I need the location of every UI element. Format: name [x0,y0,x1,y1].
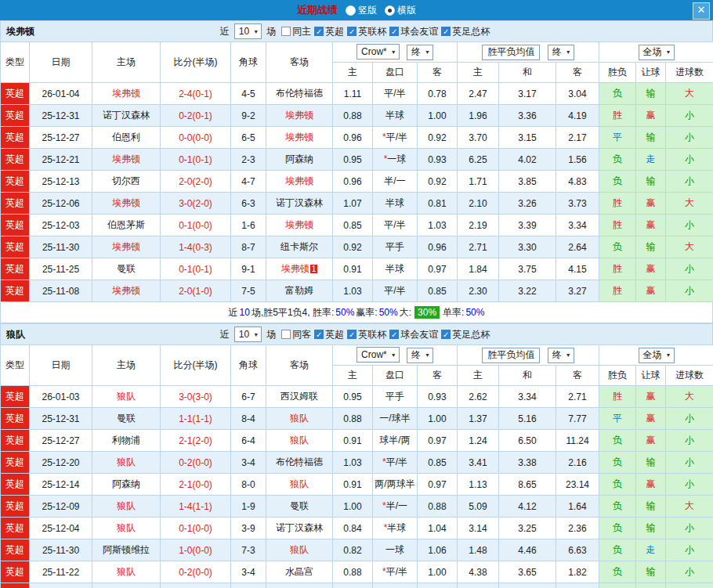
match-date: 25-12-14 [30,474,92,496]
filter-checkbox-4[interactable]: ✓英足总杯 [441,328,490,341]
scope-select[interactable]: 全场▼ [639,45,675,60]
corners: 9-2 [231,105,266,127]
goals-result-badge: 小 [666,171,713,193]
odds-draw [499,583,556,588]
matches-tbody: 英超26-01-04埃弗顿2-4(0-1)4-5布伦特福德1.11平/半0.78… [1,83,713,302]
match-date: 25-12-09 [30,496,92,518]
filter-checkbox-3[interactable]: ✓球会友谊 [389,25,438,38]
odds-draw: 3.15 [499,127,556,149]
layout-radio-horizontal[interactable]: 横版 [385,4,416,17]
layout-radio-vertical[interactable]: 竖版 [346,4,377,17]
checkbox-label: 球会友谊 [400,328,438,341]
filter-checkbox-2[interactable]: ✓英联杯 [347,25,386,38]
scope-controls: 全场▼ [599,42,713,63]
odds-average-button[interactable]: 胜平负均值 [482,45,540,60]
col-away: 客场 [266,42,333,83]
checkbox-label: 英联杯 [358,328,386,341]
games-label: 场 [266,25,276,38]
odds-draw: 3.39 [499,215,556,236]
odds-away-win: 2.71 [556,386,599,408]
col-home: 主场 [92,42,161,83]
team-name: 狼队 [6,328,25,341]
away-team: 狼队 [266,430,333,452]
odds-draw: 3.25 [499,518,556,539]
corners: 4-7 [231,171,266,193]
match-date: 25-12-13 [30,171,92,193]
ah-line: 球半/两 [373,430,418,452]
ah-line: 半球 [373,258,418,280]
ah-home-odds: 0.95 [333,149,373,171]
away-team: 埃弗顿 [266,171,333,193]
odds-away-win: 4.83 [556,171,599,193]
match-row: 英超25-12-21埃弗顿0-1(0-1)2-3阿森纳0.95*一球0.936.… [1,149,713,171]
star-mark: * [384,153,388,164]
match-date: 25-11-30 [30,236,92,258]
summary-segment: 10 [240,307,250,318]
ah-away-odds: 0.88 [418,496,458,518]
checkbox-checked-icon: ✓ [347,27,356,36]
filter-checkbox-0[interactable]: 同客 [281,328,311,341]
odds-average-button[interactable]: 胜平负均值 [482,348,540,363]
checkbox-label: 英足总杯 [452,25,490,38]
summary-segment: 50% [465,307,484,318]
away-team: 埃弗顿 [266,127,333,149]
ah-time-select[interactable]: 终▼ [407,45,433,60]
odds-time-select[interactable]: 终▼ [548,348,574,363]
corners: 6-7 [231,386,266,408]
odds-controls: 胜平负均值 终▼ [458,42,599,63]
odds-draw: 6.50 [499,430,556,452]
filter-checkbox-1[interactable]: ✓英超 [314,25,344,38]
odds-home-win: 1.30 [458,583,499,588]
recent-count-select[interactable]: 10▼ [234,326,262,342]
scope-select[interactable]: 全场▼ [639,348,675,363]
games-label: 场 [266,328,276,341]
match-row: 英超25-11-22狼队0-2(0-0)3-4水晶宫0.88*平/半1.004.… [1,561,713,583]
checkbox-checked-icon: ✓ [314,330,324,339]
checkbox-checked-icon: ✓ [389,27,399,36]
filter-checkbox-1[interactable]: ✓英超 [314,328,344,341]
filter-checkbox-0[interactable]: 同主 [281,25,311,38]
corners: 8-4 [231,408,266,430]
ah-line: 半/一 [373,171,418,193]
col-score: 比分(半场) [161,345,231,386]
ah-away-odds: 1.03 [418,215,458,236]
col-odds-away: 客 [556,63,599,83]
ah-line: 平手 [373,386,418,408]
close-icon[interactable]: ✕ [693,2,710,20]
filter-checkbox-3[interactable]: ✓球会友谊 [389,328,438,341]
match-score: 1-0(0-0) [161,539,231,561]
odds-away-win: 3.73 [556,193,599,215]
summary-segment: 50% [335,307,354,318]
ah-home-odds: 1.03 [333,452,373,474]
home-team: 利物浦 [92,430,161,452]
match-date: 25-12-31 [30,408,92,430]
team-section-header: 埃弗顿 近 10▼ 场 同主✓英超✓英联杯✓球会友谊✓英足总杯 [0,20,713,41]
odds-draw: 3.26 [499,193,556,215]
ah-home-odds: 0.95 [333,386,373,408]
bookmaker-select[interactable]: Crow*▼ [356,347,400,363]
bookmaker-select[interactable]: Crow*▼ [356,44,400,60]
recent-count-select[interactable]: 10▼ [234,23,262,39]
handicap-result-badge: 走 [636,149,666,171]
corners: 3-4 [231,561,266,583]
ah-time-select[interactable]: 终▼ [407,348,433,363]
odds-home-win: 3.41 [458,452,499,474]
filter-checkbox-2[interactable]: ✓英联杯 [347,328,386,341]
col-odds-home: 主 [458,366,499,386]
ah-line: 一球 [373,539,418,561]
summary-segment: 赢率: [356,306,377,319]
ah-home-odds: 1.00 [333,496,373,518]
league-badge: 英超 [1,430,30,452]
filter-checkbox-4[interactable]: ✓英足总杯 [441,25,490,38]
odds-home-win: 3.70 [458,127,499,149]
ah-home-odds: 0.91 [333,258,373,280]
odds-time-select[interactable]: 终▼ [548,45,574,60]
league-badge: 英超 [1,280,30,302]
league-badge: 英超 [1,236,30,258]
ah-home-odds: 0.84 [333,518,373,539]
league-badge: 英超 [1,193,30,215]
match-score: 2-0(2-0) [161,171,231,193]
odds-draw: 3.30 [499,236,556,258]
ah-home-odds: 0.91 [333,430,373,452]
corners: 8-0 [231,474,266,496]
